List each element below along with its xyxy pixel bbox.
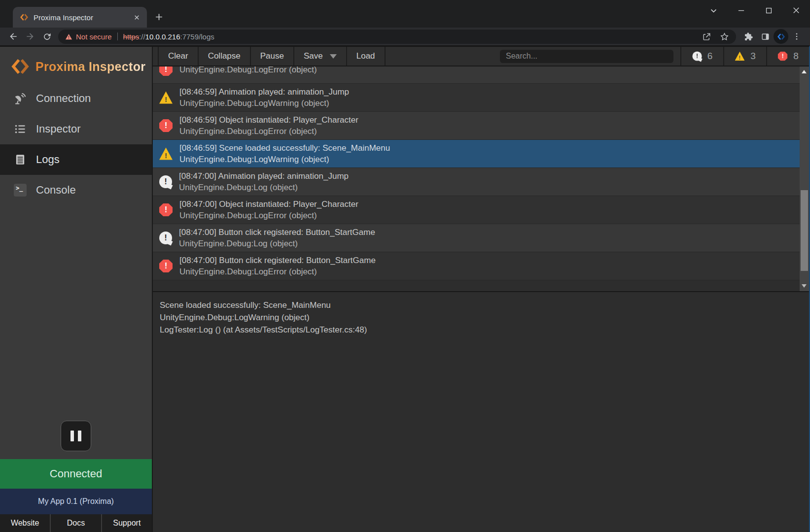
url-scheme: https xyxy=(123,33,140,41)
log-list-container: ! UnityEngine.Debug:LogError (object) ! … xyxy=(153,66,809,292)
log-scrollbar[interactable] xyxy=(800,66,809,291)
sidebar-item-inspector[interactable]: Inspector xyxy=(0,114,152,144)
logs-toolbar: Clear Collapse Pause Save Load ! 6 ! 3 !… xyxy=(153,47,809,66)
url-host: 10.0.0.216 xyxy=(145,33,180,41)
tab-title: Proxima Inspector xyxy=(34,13,132,22)
not-secure-warning[interactable]: Not secure xyxy=(65,33,112,41)
proxima-favicon-icon xyxy=(20,13,29,22)
error-octagon-icon: ! xyxy=(778,51,788,61)
info-bubble-icon: ! xyxy=(159,232,172,244)
sidebar-item-connection[interactable]: Connection xyxy=(0,83,152,114)
side-panel-icon[interactable] xyxy=(757,29,774,44)
scrollbar-up-arrow-icon[interactable] xyxy=(802,70,807,73)
error-octagon-icon: ! xyxy=(159,203,173,216)
scrollbar-down-arrow-icon[interactable] xyxy=(802,284,807,288)
save-button[interactable]: Save xyxy=(294,47,347,66)
warning-count: 3 xyxy=(750,51,756,62)
log-row[interactable]: ! [08:47:00] Button click registered: Bu… xyxy=(153,224,800,252)
load-button[interactable]: Load xyxy=(347,47,386,66)
address-bar[interactable]: Not secure https://10.0.0.216:7759/logs xyxy=(58,30,736,44)
window-close-button[interactable] xyxy=(782,0,810,21)
error-count-badge[interactable]: ! 8 xyxy=(766,47,809,66)
not-secure-label: Not secure xyxy=(76,33,112,41)
clear-button[interactable]: Clear xyxy=(158,47,199,66)
sidebar-footer: Website Docs Support xyxy=(0,514,152,532)
log-line-message: [08:47:00] Button click registered: Butt… xyxy=(179,255,376,266)
extension-avatar-icon[interactable] xyxy=(774,29,788,44)
app-info-bar: My App 0.1 (Proxima) xyxy=(0,489,152,514)
log-row[interactable]: ! [08:46:59] Animation played: animation… xyxy=(153,84,800,112)
reload-button-icon[interactable] xyxy=(38,29,55,44)
log-line-stack: UnityEngine.Debug:LogError (object) xyxy=(179,210,358,221)
footer-link-docs[interactable]: Docs xyxy=(50,514,101,532)
sidebar-label-inspector: Inspector xyxy=(36,123,81,135)
error-count: 8 xyxy=(793,51,799,62)
collapse-button[interactable]: Collapse xyxy=(199,47,251,66)
log-line-message: [08:47:00] Button click registered: Butt… xyxy=(179,227,375,238)
window-maximize-button[interactable] xyxy=(755,0,782,21)
share-icon[interactable] xyxy=(700,30,713,43)
info-bubble-icon: ! xyxy=(159,175,172,188)
document-icon xyxy=(13,152,28,167)
log-line-message: [08:47:00] Object instantiated: Player_C… xyxy=(179,199,358,210)
warning-triangle-icon: ! xyxy=(735,51,745,61)
new-tab-button[interactable] xyxy=(152,10,166,24)
log-row[interactable]: ! [08:47:00] Object instantiated: Player… xyxy=(153,196,800,224)
log-line-message: [08:46:59] Animation played: animation_J… xyxy=(179,86,349,98)
save-dropdown-caret-icon[interactable] xyxy=(330,54,337,62)
error-octagon-icon: ! xyxy=(159,119,173,132)
log-line-message: [08:46:59] Scene loaded successfully: Sc… xyxy=(179,142,390,154)
browser-titlebar: Proxima Inspector xyxy=(0,0,810,28)
log-line-message: [08:46:59] Object instantiated: Player_C… xyxy=(179,114,358,126)
log-line-stack: UnityEngine.Debug:LogError (object) xyxy=(179,266,376,277)
footer-link-website[interactable]: Website xyxy=(0,514,50,532)
sidebar-item-logs[interactable]: Logs xyxy=(0,144,152,175)
back-button-icon[interactable] xyxy=(5,29,22,44)
info-bubble-icon: ! xyxy=(692,51,702,61)
tab-search-chevron-icon[interactable] xyxy=(700,0,727,21)
pause-button[interactable]: Pause xyxy=(251,47,294,66)
pause-icon xyxy=(70,431,74,441)
sidebar-label-logs: Logs xyxy=(36,153,60,166)
stream-pause-button[interactable] xyxy=(61,421,91,451)
warning-count-badge[interactable]: ! 3 xyxy=(723,47,766,66)
log-row[interactable]: ! [08:47:00] Animation played: animation… xyxy=(153,168,800,196)
log-line-stack: UnityEngine.Debug:Log (object) xyxy=(179,238,375,249)
detail-line-message: Scene loaded successfully: Scene_MainMen… xyxy=(160,299,802,311)
log-row[interactable]: ! [08:46:59] Object instantiated: Player… xyxy=(153,112,800,140)
log-line-stack: UnityEngine.Debug:LogError (object) xyxy=(179,126,358,137)
error-octagon-icon: ! xyxy=(159,66,173,76)
log-line-stack: UnityEngine.Debug:LogWarning (object) xyxy=(179,98,349,109)
search-input[interactable] xyxy=(500,50,673,63)
log-line-stack: UnityEngine.Debug:LogWarning (object) xyxy=(179,154,390,165)
warning-triangle-icon: ! xyxy=(159,147,173,160)
url-path: :7759/logs xyxy=(180,33,214,41)
omnibox-divider xyxy=(117,33,118,40)
extensions-puzzle-icon[interactable] xyxy=(740,29,757,44)
footer-link-support[interactable]: Support xyxy=(101,514,152,532)
brand: Proxima Inspector xyxy=(0,47,152,78)
proxima-logo-icon xyxy=(11,57,30,76)
url-separator: :// xyxy=(139,33,145,41)
terminal-icon: >_ xyxy=(13,183,28,198)
log-line-stack: UnityEngine.Debug:LogError (object) xyxy=(179,66,317,75)
log-count-badge[interactable]: ! 6 xyxy=(680,47,723,66)
scrollbar-thumb[interactable] xyxy=(801,190,808,271)
tab-close-icon[interactable] xyxy=(132,13,141,22)
bookmark-star-icon[interactable] xyxy=(717,30,731,43)
browser-tab[interactable]: Proxima Inspector xyxy=(13,7,147,28)
log-row[interactable]: ! [08:47:00] Button click registered: Bu… xyxy=(153,252,800,280)
error-octagon-icon: ! xyxy=(159,260,173,272)
forward-button-icon[interactable] xyxy=(22,29,38,44)
sidebar-item-console[interactable]: >_ Console xyxy=(0,175,152,205)
brand-title: Proxima Inspector xyxy=(35,60,145,74)
warning-triangle-icon xyxy=(65,33,72,40)
sidebar-label-console: Console xyxy=(36,184,76,197)
browser-menu-dots-icon[interactable] xyxy=(788,29,805,44)
detail-line-source: LogTester:Log () (at Assets/TestScripts/… xyxy=(160,324,802,336)
satellite-icon xyxy=(13,91,28,106)
log-row[interactable]: ! UnityEngine.Debug:LogError (object) xyxy=(153,66,800,84)
log-row[interactable]: ! [08:46:59] Scene loaded successfully: … xyxy=(153,140,800,168)
window-minimize-button[interactable] xyxy=(727,0,755,21)
url-text: https://10.0.0.216:7759/logs xyxy=(123,33,214,41)
